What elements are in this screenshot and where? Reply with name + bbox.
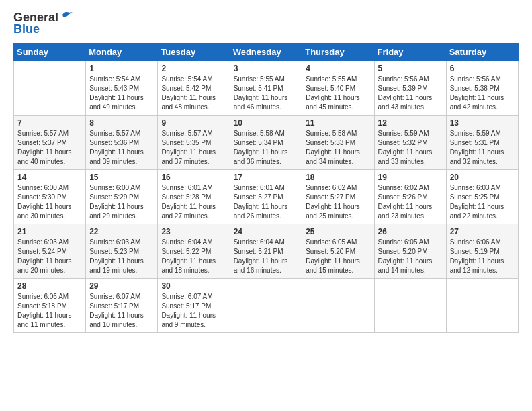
day-number: 30 <box>161 281 226 291</box>
day-number: 7 <box>17 118 82 128</box>
day-number: 17 <box>234 173 299 182</box>
weekday-header-tuesday: Tuesday <box>158 44 230 61</box>
calendar-week-row: 14 Sunrise: 6:00 AM Sunset: 5:30 PM Dayl… <box>14 170 519 224</box>
day-info: Sunrise: 6:05 AM Sunset: 5:20 PM Dayligh… <box>378 238 443 275</box>
day-info: Sunrise: 6:06 AM Sunset: 5:19 PM Dayligh… <box>450 238 515 275</box>
day-number: 12 <box>378 118 443 128</box>
calendar-cell: 7 Sunrise: 5:57 AM Sunset: 5:37 PM Dayli… <box>14 116 86 170</box>
day-number: 11 <box>306 118 370 128</box>
day-info: Sunrise: 6:02 AM Sunset: 5:26 PM Dayligh… <box>378 183 443 221</box>
day-number: 14 <box>17 173 82 182</box>
calendar-cell: 17 Sunrise: 6:01 AM Sunset: 5:27 PM Dayl… <box>230 170 302 224</box>
weekday-header-monday: Monday <box>86 44 158 61</box>
day-number: 25 <box>306 227 370 236</box>
calendar-cell: 14 Sunrise: 6:00 AM Sunset: 5:30 PM Dayl… <box>14 170 86 224</box>
day-info: Sunrise: 6:03 AM Sunset: 5:25 PM Dayligh… <box>450 183 515 221</box>
calendar-cell: 5 Sunrise: 5:56 AM Sunset: 5:39 PM Dayli… <box>374 61 446 116</box>
day-info: Sunrise: 5:56 AM Sunset: 5:39 PM Dayligh… <box>378 75 443 112</box>
calendar-cell: 13 Sunrise: 5:59 AM Sunset: 5:31 PM Dayl… <box>446 116 518 170</box>
logo-bird-icon <box>60 11 75 23</box>
weekday-header-thursday: Thursday <box>302 44 374 61</box>
calendar-cell: 10 Sunrise: 5:58 AM Sunset: 5:34 PM Dayl… <box>230 116 302 170</box>
calendar-cell: 27 Sunrise: 6:06 AM Sunset: 5:19 PM Dayl… <box>446 224 518 279</box>
day-info: Sunrise: 6:04 AM Sunset: 5:22 PM Dayligh… <box>161 238 226 275</box>
calendar-week-row: 28 Sunrise: 6:06 AM Sunset: 5:18 PM Dayl… <box>14 279 519 333</box>
day-number: 20 <box>450 173 515 182</box>
calendar-cell: 8 Sunrise: 5:57 AM Sunset: 5:36 PM Dayli… <box>86 116 158 170</box>
header: General Blue <box>13 11 519 36</box>
day-number: 9 <box>161 118 226 128</box>
calendar-cell <box>446 279 518 333</box>
day-info: Sunrise: 6:00 AM Sunset: 5:30 PM Dayligh… <box>17 183 82 221</box>
day-info: Sunrise: 5:57 AM Sunset: 5:37 PM Dayligh… <box>17 129 82 167</box>
calendar-week-row: 21 Sunrise: 6:03 AM Sunset: 5:24 PM Dayl… <box>14 224 519 279</box>
day-info: Sunrise: 6:01 AM Sunset: 5:28 PM Dayligh… <box>161 183 226 221</box>
day-number: 21 <box>17 227 82 236</box>
calendar-week-row: 7 Sunrise: 5:57 AM Sunset: 5:37 PM Dayli… <box>14 116 519 170</box>
day-info: Sunrise: 5:55 AM Sunset: 5:40 PM Dayligh… <box>306 75 370 112</box>
calendar-cell: 12 Sunrise: 5:59 AM Sunset: 5:32 PM Dayl… <box>374 116 446 170</box>
calendar-cell: 24 Sunrise: 6:04 AM Sunset: 5:21 PM Dayl… <box>230 224 302 279</box>
calendar-cell <box>14 61 86 116</box>
day-number: 18 <box>306 173 370 182</box>
calendar-cell: 28 Sunrise: 6:06 AM Sunset: 5:18 PM Dayl… <box>14 279 86 333</box>
calendar-table: SundayMondayTuesdayWednesdayThursdayFrid… <box>13 43 519 333</box>
calendar-cell: 3 Sunrise: 5:55 AM Sunset: 5:41 PM Dayli… <box>230 61 302 116</box>
calendar-cell: 23 Sunrise: 6:04 AM Sunset: 5:22 PM Dayl… <box>158 224 230 279</box>
day-number: 15 <box>89 173 154 182</box>
day-info: Sunrise: 6:03 AM Sunset: 5:24 PM Dayligh… <box>17 238 82 275</box>
day-info: Sunrise: 6:03 AM Sunset: 5:23 PM Dayligh… <box>89 238 154 275</box>
day-number: 24 <box>234 227 299 236</box>
day-info: Sunrise: 5:57 AM Sunset: 5:35 PM Dayligh… <box>161 129 226 167</box>
day-number: 26 <box>378 227 443 236</box>
calendar-cell: 2 Sunrise: 5:54 AM Sunset: 5:42 PM Dayli… <box>158 61 230 116</box>
day-info: Sunrise: 5:54 AM Sunset: 5:42 PM Dayligh… <box>161 75 226 112</box>
calendar-cell: 4 Sunrise: 5:55 AM Sunset: 5:40 PM Dayli… <box>302 61 374 116</box>
day-info: Sunrise: 5:58 AM Sunset: 5:33 PM Dayligh… <box>306 129 370 167</box>
weekday-header-wednesday: Wednesday <box>230 44 302 61</box>
calendar-week-row: 1 Sunrise: 5:54 AM Sunset: 5:43 PM Dayli… <box>14 61 519 116</box>
day-number: 5 <box>378 64 443 73</box>
day-number: 4 <box>306 64 370 73</box>
day-info: Sunrise: 5:59 AM Sunset: 5:31 PM Dayligh… <box>450 129 515 167</box>
day-info: Sunrise: 5:56 AM Sunset: 5:38 PM Dayligh… <box>450 75 515 112</box>
calendar-cell: 19 Sunrise: 6:02 AM Sunset: 5:26 PM Dayl… <box>374 170 446 224</box>
weekday-header-row: SundayMondayTuesdayWednesdayThursdayFrid… <box>14 44 519 61</box>
day-info: Sunrise: 6:06 AM Sunset: 5:18 PM Dayligh… <box>17 292 82 330</box>
day-info: Sunrise: 6:00 AM Sunset: 5:29 PM Dayligh… <box>89 183 154 221</box>
day-info: Sunrise: 5:57 AM Sunset: 5:36 PM Dayligh… <box>89 129 154 167</box>
calendar-cell <box>374 279 446 333</box>
day-number: 3 <box>234 64 299 73</box>
calendar-cell: 11 Sunrise: 5:58 AM Sunset: 5:33 PM Dayl… <box>302 116 374 170</box>
day-info: Sunrise: 5:59 AM Sunset: 5:32 PM Dayligh… <box>378 129 443 167</box>
calendar-cell: 21 Sunrise: 6:03 AM Sunset: 5:24 PM Dayl… <box>14 224 86 279</box>
day-info: Sunrise: 6:04 AM Sunset: 5:21 PM Dayligh… <box>234 238 299 275</box>
day-number: 29 <box>89 281 154 291</box>
day-info: Sunrise: 6:07 AM Sunset: 5:17 PM Dayligh… <box>89 292 154 330</box>
calendar-cell: 15 Sunrise: 6:00 AM Sunset: 5:29 PM Dayl… <box>86 170 158 224</box>
day-number: 23 <box>161 227 226 236</box>
day-number: 2 <box>161 64 226 73</box>
day-number: 10 <box>234 118 299 128</box>
calendar-cell: 29 Sunrise: 6:07 AM Sunset: 5:17 PM Dayl… <box>86 279 158 333</box>
calendar-cell: 26 Sunrise: 6:05 AM Sunset: 5:20 PM Dayl… <box>374 224 446 279</box>
calendar-cell: 30 Sunrise: 6:07 AM Sunset: 5:17 PM Dayl… <box>158 279 230 333</box>
day-number: 28 <box>17 281 82 291</box>
calendar-cell <box>302 279 374 333</box>
calendar-cell: 6 Sunrise: 5:56 AM Sunset: 5:38 PM Dayli… <box>446 61 518 116</box>
calendar-cell: 22 Sunrise: 6:03 AM Sunset: 5:23 PM Dayl… <box>86 224 158 279</box>
logo: General Blue <box>13 11 75 36</box>
day-number: 19 <box>378 173 443 182</box>
calendar-cell: 9 Sunrise: 5:57 AM Sunset: 5:35 PM Dayli… <box>158 116 230 170</box>
day-info: Sunrise: 6:05 AM Sunset: 5:20 PM Dayligh… <box>306 238 370 275</box>
weekday-header-sunday: Sunday <box>14 44 86 61</box>
day-number: 13 <box>450 118 515 128</box>
logo-blue: Blue <box>13 22 40 36</box>
day-info: Sunrise: 6:02 AM Sunset: 5:27 PM Dayligh… <box>306 183 370 221</box>
calendar-cell: 16 Sunrise: 6:01 AM Sunset: 5:28 PM Dayl… <box>158 170 230 224</box>
day-number: 22 <box>89 227 154 236</box>
day-info: Sunrise: 6:01 AM Sunset: 5:27 PM Dayligh… <box>234 183 299 221</box>
calendar-cell: 18 Sunrise: 6:02 AM Sunset: 5:27 PM Dayl… <box>302 170 374 224</box>
day-number: 16 <box>161 173 226 182</box>
day-info: Sunrise: 6:07 AM Sunset: 5:17 PM Dayligh… <box>161 292 226 330</box>
